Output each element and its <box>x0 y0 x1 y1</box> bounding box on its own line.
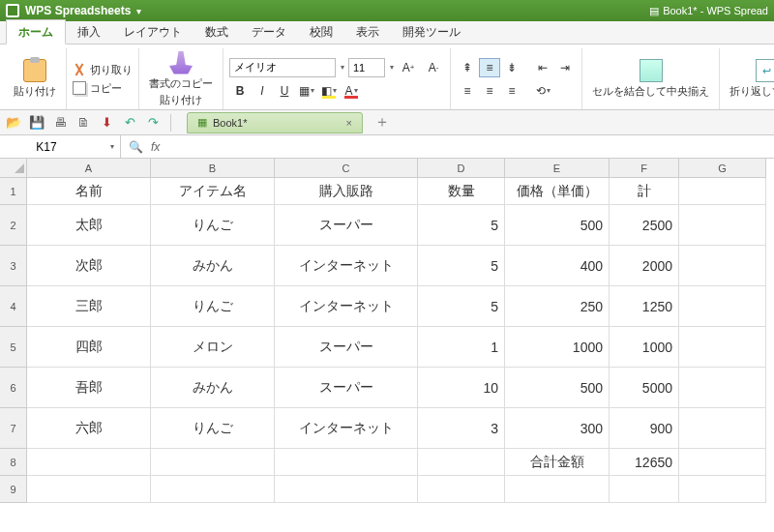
row-header-3[interactable]: 3 <box>0 246 27 286</box>
row-header-1[interactable]: 1 <box>0 178 27 205</box>
italic-button[interactable]: I <box>252 81 273 101</box>
increase-font-button[interactable]: A+ <box>398 58 419 77</box>
row-header-4[interactable]: 4 <box>0 286 27 327</box>
orientation-button[interactable]: ⟲▾ <box>532 81 553 101</box>
cell-B7[interactable]: りんご <box>151 408 275 449</box>
print-button[interactable]: 🖶 <box>50 113 70 133</box>
spreadsheet-grid[interactable]: ABCDEFG 123456789 名前アイテム名購入販路数量価格（単価）計太郎… <box>0 159 774 532</box>
cell-B4[interactable]: りんご <box>151 286 275 327</box>
redo-button[interactable]: ↷ <box>143 113 163 133</box>
export-pdf-button[interactable]: ⬇ <box>97 113 116 133</box>
cell-E4[interactable]: 250 <box>505 286 610 327</box>
menu-tab-校閲[interactable]: 校閲 <box>298 20 344 44</box>
cell-G8[interactable] <box>679 449 766 476</box>
font-size-input[interactable] <box>348 58 385 77</box>
print-preview-button[interactable]: 🗎 <box>74 113 93 133</box>
open-button[interactable]: 📂 <box>4 113 23 133</box>
cell-G4[interactable] <box>679 286 766 327</box>
column-header-A[interactable]: A <box>27 159 151 178</box>
cell-E2[interactable]: 500 <box>505 205 610 246</box>
cell-E1[interactable]: 価格（単価） <box>505 178 610 205</box>
cell-C7[interactable]: インターネット <box>275 408 418 449</box>
cell-A4[interactable]: 三郎 <box>27 286 151 327</box>
cell-F6[interactable]: 5000 <box>610 368 679 408</box>
menu-tab-データ[interactable]: データ <box>240 20 298 44</box>
menu-tab-開発ツール[interactable]: 開発ツール <box>391 20 472 44</box>
column-header-G[interactable]: G <box>679 159 766 178</box>
cell-E5[interactable]: 1000 <box>505 327 610 368</box>
cell-B1[interactable]: アイテム名 <box>151 178 275 205</box>
cell-D8[interactable] <box>418 449 505 476</box>
cell-D6[interactable]: 10 <box>418 368 505 408</box>
cell-D5[interactable]: 1 <box>418 327 505 368</box>
cell-E7[interactable]: 300 <box>505 408 610 449</box>
align-top-button[interactable]: ⇞ <box>457 58 478 77</box>
cell-D2[interactable]: 5 <box>418 205 505 246</box>
undo-button[interactable]: ↶ <box>120 113 139 133</box>
cell-F3[interactable]: 2000 <box>610 246 679 286</box>
column-header-B[interactable]: B <box>151 159 275 178</box>
cell-G3[interactable] <box>679 246 766 286</box>
underline-button[interactable]: U <box>274 81 295 101</box>
cells-area[interactable]: 名前アイテム名購入販路数量価格（単価）計太郎りんごスーパー55002500次郎み… <box>27 178 774 503</box>
cell-C3[interactable]: インターネット <box>275 246 418 286</box>
bold-button[interactable]: B <box>229 81 251 101</box>
cell-A8[interactable] <box>27 449 151 476</box>
cell-B5[interactable]: メロン <box>151 327 275 368</box>
cell-D9[interactable] <box>418 476 505 503</box>
align-right-button[interactable]: ≡ <box>501 81 522 101</box>
cell-B8[interactable] <box>151 449 275 476</box>
cell-F1[interactable]: 計 <box>610 178 679 205</box>
align-center-button[interactable]: ≡ <box>479 81 500 101</box>
cell-C9[interactable] <box>275 476 418 503</box>
close-tab-button[interactable]: × <box>345 117 351 129</box>
menu-tab-ホーム[interactable]: ホーム <box>6 19 66 44</box>
document-tab[interactable]: ▦ Book1* × <box>187 112 363 133</box>
cell-G6[interactable] <box>679 368 766 408</box>
cell-E8[interactable]: 合計金額 <box>505 449 610 476</box>
decrease-indent-button[interactable]: ⇤ <box>532 58 553 77</box>
cell-C5[interactable]: スーパー <box>275 327 418 368</box>
cell-D7[interactable]: 3 <box>418 408 505 449</box>
cell-G2[interactable] <box>679 205 766 246</box>
cell-C4[interactable]: インターネット <box>275 286 418 327</box>
cell-B9[interactable] <box>151 476 275 503</box>
chevron-down-icon[interactable]: ▾ <box>390 63 394 72</box>
search-icon[interactable]: 🔍 <box>129 140 143 154</box>
cell-E6[interactable]: 500 <box>505 368 610 408</box>
cell-E9[interactable] <box>505 476 610 503</box>
cell-A3[interactable]: 次郎 <box>27 246 151 286</box>
cell-B2[interactable]: りんご <box>151 205 275 246</box>
row-header-6[interactable]: 6 <box>0 368 27 408</box>
name-box[interactable]: ▾ <box>0 135 121 158</box>
column-header-F[interactable]: F <box>610 159 679 178</box>
cell-A7[interactable]: 六郎 <box>27 408 151 449</box>
font-name-input[interactable] <box>229 58 336 77</box>
column-header-D[interactable]: D <box>418 159 505 178</box>
align-bottom-button[interactable]: ⇟ <box>501 58 522 77</box>
select-all-corner[interactable] <box>0 159 27 178</box>
menu-tab-レイアウト[interactable]: レイアウト <box>112 20 194 44</box>
cell-B6[interactable]: みかん <box>151 368 275 408</box>
cell-F7[interactable]: 900 <box>610 408 679 449</box>
cell-A2[interactable]: 太郎 <box>27 205 151 246</box>
increase-indent-button[interactable]: ⇥ <box>554 58 576 77</box>
cell-C8[interactable] <box>275 449 418 476</box>
cell-F5[interactable]: 1000 <box>610 327 679 368</box>
cell-D3[interactable]: 5 <box>418 246 505 286</box>
cell-C6[interactable]: スーパー <box>275 368 418 408</box>
row-header-9[interactable]: 9 <box>0 476 27 503</box>
row-header-5[interactable]: 5 <box>0 327 27 368</box>
row-header-2[interactable]: 2 <box>0 205 27 246</box>
cell-F2[interactable]: 2500 <box>610 205 679 246</box>
chevron-down-icon[interactable]: ▾ <box>341 63 344 72</box>
format-painter-button[interactable]: 書式のコピー 貼り付け <box>145 49 217 109</box>
cell-F8[interactable]: 12650 <box>610 449 679 476</box>
fill-color-button[interactable]: ◧▾ <box>318 81 340 101</box>
chevron-down-icon[interactable]: ▾ <box>110 142 114 151</box>
column-header-C[interactable]: C <box>275 159 418 178</box>
cell-C1[interactable]: 購入販路 <box>275 178 418 205</box>
cell-A5[interactable]: 四郎 <box>27 327 151 368</box>
menu-tab-数式[interactable]: 数式 <box>194 20 240 44</box>
copy-button[interactable]: コピー <box>73 81 133 96</box>
